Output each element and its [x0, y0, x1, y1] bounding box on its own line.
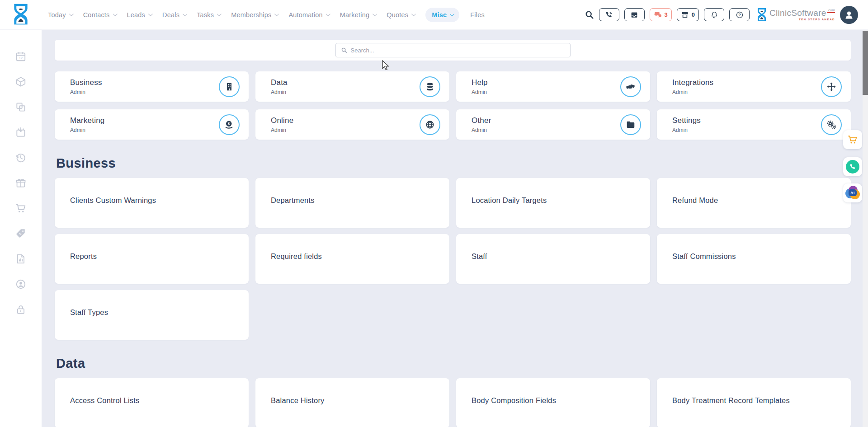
- sidebar-item-calendar-in[interactable]: [15, 127, 27, 138]
- top-header: Today Contacts Leads Deals Tasks Members…: [0, 0, 868, 30]
- sidebar-item-cart[interactable]: [15, 202, 27, 214]
- list-item-card[interactable]: Reports: [55, 234, 249, 284]
- search-topbar: [55, 40, 851, 61]
- category-title: Other: [472, 116, 491, 125]
- nav-item-deals[interactable]: Deals: [162, 11, 186, 19]
- chevron-down-icon: [69, 12, 74, 16]
- list-item-card[interactable]: Access Control Lists: [55, 378, 249, 427]
- category-text: Help Admin: [472, 78, 488, 95]
- search-input-icon: [341, 47, 347, 53]
- list-item-card[interactable]: Balance History: [255, 378, 449, 427]
- handshake-icon: [620, 76, 641, 97]
- list-item-card[interactable]: Clients Custom Warnings: [55, 178, 249, 228]
- chevron-down-icon: [183, 12, 187, 16]
- list-item-card[interactable]: Departments: [255, 178, 449, 228]
- list-item-card[interactable]: Staff: [456, 234, 650, 284]
- search-input[interactable]: [351, 47, 565, 54]
- nav-item-quotes[interactable]: Quotes: [387, 11, 415, 19]
- list-item-card[interactable]: Refund Mode: [657, 178, 851, 228]
- search-icon[interactable]: [585, 10, 594, 19]
- store-icon: [681, 11, 689, 19]
- category-title: Marketing: [70, 116, 104, 125]
- category-card-help[interactable]: Help Admin: [456, 71, 650, 102]
- list-item-card[interactable]: Body Treatment Record Templates: [657, 378, 851, 427]
- sidebar-item-user-circle[interactable]: [15, 278, 27, 290]
- calendar-icon: [15, 51, 27, 62]
- list-item-card[interactable]: Staff Types: [55, 290, 249, 340]
- sidebar-item-lock[interactable]: [15, 304, 27, 315]
- list-item-card[interactable]: Staff Commissions: [657, 234, 851, 284]
- category-subtitle: Admin: [70, 127, 104, 133]
- ai-assistant-fab[interactable]: AI: [843, 183, 862, 202]
- chat-button[interactable]: 3: [650, 8, 672, 21]
- sidebar-item-calendar[interactable]: [15, 51, 27, 62]
- notifications-button[interactable]: [704, 8, 724, 21]
- category-title: Integrations: [672, 78, 713, 87]
- category-title: Data: [271, 78, 288, 87]
- section-grid: Clients Custom Warnings Departments Loca…: [55, 178, 851, 340]
- chevron-down-icon: [148, 12, 153, 16]
- item-label: Reports: [70, 252, 97, 260]
- inbox-button[interactable]: [624, 8, 645, 21]
- category-subtitle: Admin: [271, 89, 288, 95]
- category-card-integrations[interactable]: Integrations Admin: [657, 71, 851, 102]
- section-title: Data: [56, 356, 851, 371]
- nav-item-marketing[interactable]: Marketing: [340, 11, 376, 19]
- category-text: Data Admin: [271, 78, 288, 95]
- help-button[interactable]: [729, 8, 750, 21]
- brand-tld: .com: [827, 9, 835, 13]
- app-logo[interactable]: [0, 3, 42, 27]
- sidebar-item-gift[interactable]: [15, 177, 27, 189]
- nav-item-files[interactable]: Files: [470, 11, 485, 19]
- list-item-card[interactable]: Body Composition Fields: [456, 378, 650, 427]
- item-label: Clients Custom Warnings: [70, 196, 156, 204]
- chevron-down-icon: [326, 12, 330, 16]
- nav-item-today[interactable]: Today: [48, 11, 72, 19]
- item-label: Refund Mode: [672, 196, 718, 204]
- database-icon: [420, 76, 440, 97]
- question-circle-icon: [736, 11, 744, 19]
- list-item-card[interactable]: Required fields: [255, 234, 449, 284]
- sidebar-item-history[interactable]: [15, 152, 27, 164]
- store-count-badge: 0: [692, 11, 695, 18]
- avatar[interactable]: [840, 6, 858, 24]
- nav-item-misc[interactable]: Misc: [425, 8, 459, 22]
- category-text: Settings Admin: [672, 116, 701, 133]
- phone-icon: [605, 11, 613, 19]
- item-label: Balance History: [271, 396, 325, 404]
- sidebar-item-copy[interactable]: [15, 101, 27, 113]
- calendar-in-icon: [15, 127, 27, 138]
- whatsapp-fab[interactable]: [843, 157, 862, 176]
- nav-item-leads[interactable]: Leads: [127, 11, 152, 19]
- sidebar-item-tag[interactable]: [15, 228, 27, 239]
- coin-icon: [219, 114, 240, 135]
- nav-item-contacts[interactable]: Contacts: [83, 11, 116, 19]
- nav-item-memberships[interactable]: Memberships: [231, 11, 278, 19]
- sidebar-item-cube[interactable]: [15, 76, 27, 88]
- nav-item-automation[interactable]: Automation: [288, 11, 329, 19]
- item-label: Staff: [472, 252, 487, 260]
- store-button[interactable]: 0: [677, 8, 699, 21]
- nav-item-tasks[interactable]: Tasks: [197, 11, 220, 19]
- section-business: Business Clients Custom Warnings Departm…: [55, 156, 851, 340]
- phone-button[interactable]: [599, 8, 619, 21]
- gears-icon: [821, 114, 842, 135]
- cart-fab[interactable]: [843, 130, 862, 149]
- scrollbar-track[interactable]: [863, 30, 868, 427]
- category-card-settings[interactable]: Settings Admin: [657, 109, 851, 140]
- scrollbar-thumb[interactable]: [863, 31, 868, 95]
- sidebar-item-file-chart[interactable]: [15, 253, 27, 265]
- category-text: Marketing Admin: [70, 116, 104, 133]
- list-item-card[interactable]: Location Daily Targets: [456, 178, 650, 228]
- header-actions: 3 0 ClinicSoftware .com TEN STEPS AHEAD: [585, 6, 868, 24]
- category-card-data[interactable]: Data Admin: [255, 71, 449, 102]
- ai-label: AI: [849, 189, 857, 196]
- category-card-online[interactable]: Online Admin: [255, 109, 449, 140]
- brand-name: ClinicSoftware: [769, 9, 826, 17]
- section-data: Data Access Control Lists Balance Histor…: [55, 356, 851, 427]
- chat-count-badge: 3: [665, 11, 668, 18]
- category-grid: Business Admin Data Admin Help Admin Int…: [55, 71, 851, 140]
- category-card-other[interactable]: Other Admin: [456, 109, 650, 140]
- category-card-marketing[interactable]: Marketing Admin: [55, 109, 249, 140]
- category-card-business[interactable]: Business Admin: [55, 71, 249, 102]
